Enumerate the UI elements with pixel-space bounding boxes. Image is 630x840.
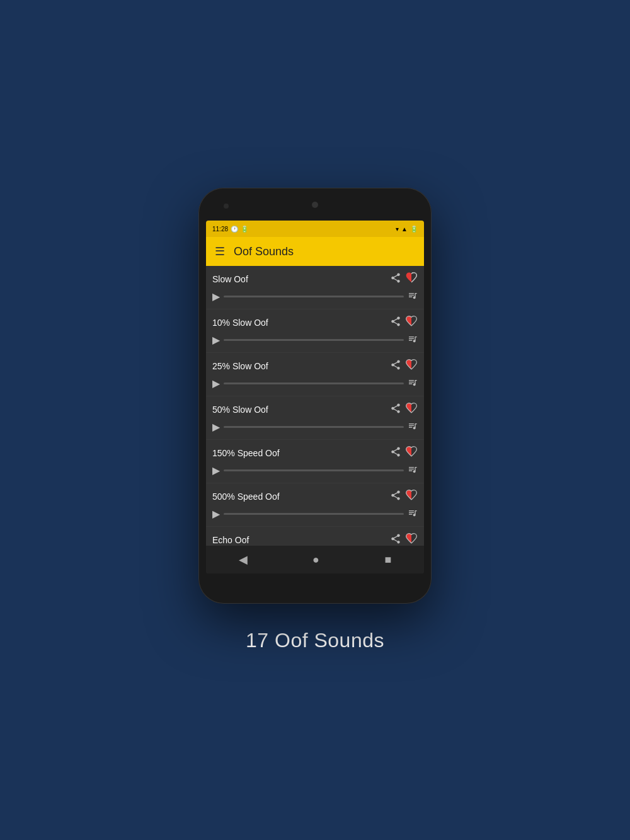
sound-item-bottom: ▶ — [212, 508, 418, 524]
favorite-icon[interactable] — [405, 314, 418, 330]
play-button[interactable]: ▶ — [212, 508, 220, 520]
sound-actions — [390, 445, 418, 461]
sound-item-top: 150% Speed Oof — [212, 445, 418, 461]
queue-icon[interactable] — [408, 421, 418, 433]
queue-icon[interactable] — [408, 464, 418, 476]
sound-actions — [390, 488, 418, 504]
sound-item-top: 500% Speed Oof — [212, 488, 418, 504]
phone-bottom-bar — [206, 573, 424, 586]
sound-item-bottom: ▶ — [212, 464, 418, 480]
back-button[interactable]: ◀ — [226, 548, 260, 572]
play-button[interactable]: ▶ — [212, 377, 220, 389]
phone-screen: 11:28 🕐 🔋 ▾ ▲ 🔋 ☰ Oof Sounds — [206, 221, 424, 573]
list-item: 10% Slow Oof — [206, 309, 424, 353]
speaker-dot — [224, 204, 229, 209]
home-button[interactable]: ● — [300, 548, 332, 572]
list-item: 25% Slow Oof — [206, 353, 424, 396]
sound-name: 10% Slow Oof — [212, 318, 390, 328]
alarm-icon: 🕐 — [231, 226, 238, 233]
sound-item-top: 10% Slow Oof — [212, 314, 418, 330]
status-right: ▾ ▲ 🔋 — [396, 226, 418, 233]
queue-icon[interactable] — [408, 334, 418, 346]
phone-frame: 11:28 🕐 🔋 ▾ ▲ 🔋 ☰ Oof Sounds — [198, 188, 432, 604]
favorite-icon[interactable] — [405, 358, 418, 374]
sound-item-bottom: ▶ — [212, 334, 418, 350]
progress-bar[interactable] — [224, 296, 404, 297]
share-icon[interactable] — [390, 446, 401, 460]
battery-saver-icon: 🔋 — [241, 226, 248, 233]
favorite-icon[interactable] — [405, 488, 418, 504]
sound-name: 500% Speed Oof — [212, 492, 390, 502]
sound-item-top: 25% Slow Oof — [212, 358, 418, 374]
list-item: 150% Speed Oof — [206, 440, 424, 483]
share-icon[interactable] — [390, 316, 401, 330]
progress-bar[interactable] — [224, 383, 404, 384]
app-bar: ☰ Oof Sounds — [206, 237, 424, 266]
share-icon[interactable] — [390, 272, 401, 286]
queue-icon[interactable] — [408, 377, 418, 389]
play-button[interactable]: ▶ — [212, 464, 220, 476]
play-button[interactable]: ▶ — [212, 421, 220, 433]
sound-item-top: Slow Oof — [212, 271, 418, 287]
phone-top-bar — [206, 195, 424, 221]
status-left: 11:28 🕐 🔋 — [212, 226, 248, 233]
sound-actions — [390, 358, 418, 374]
sound-item-bottom: ▶ — [212, 291, 418, 306]
sound-actions — [390, 532, 418, 546]
sound-actions — [390, 401, 418, 417]
list-item: 50% Slow Oof — [206, 396, 424, 440]
time-display: 11:28 — [212, 226, 228, 233]
sound-actions — [390, 314, 418, 330]
signal-icon: ▲ — [401, 226, 408, 233]
progress-bar[interactable] — [224, 513, 404, 515]
sound-item-top: Echo Oof — [212, 532, 418, 546]
list-item: 500% Speed Oof — [206, 483, 424, 527]
play-button[interactable]: ▶ — [212, 334, 220, 346]
sound-actions — [390, 271, 418, 287]
page-subtitle: 17 Oof Sounds — [246, 629, 384, 652]
share-icon[interactable] — [390, 490, 401, 503]
sound-name: Slow Oof — [212, 274, 390, 284]
hamburger-icon[interactable]: ☰ — [215, 245, 225, 258]
share-icon[interactable] — [390, 403, 401, 417]
sound-name: Echo Oof — [212, 535, 390, 545]
wifi-icon: ▾ — [396, 226, 399, 233]
favorite-icon[interactable] — [405, 271, 418, 287]
sound-item-bottom: ▶ — [212, 421, 418, 437]
sound-item-bottom: ▶ — [212, 377, 418, 393]
progress-bar[interactable] — [224, 426, 404, 428]
share-icon[interactable] — [390, 359, 401, 373]
queue-icon[interactable] — [408, 291, 418, 302]
bottom-nav: ◀ ● ■ — [206, 546, 424, 573]
recents-button[interactable]: ■ — [372, 548, 404, 572]
camera-dot — [312, 202, 318, 208]
sound-name: 50% Slow Oof — [212, 405, 390, 415]
favorite-icon[interactable] — [405, 401, 418, 417]
play-button[interactable]: ▶ — [212, 291, 220, 302]
app-title: Oof Sounds — [234, 245, 294, 258]
list-item: Slow Oof — [206, 266, 424, 309]
battery-icon: 🔋 — [410, 226, 418, 233]
progress-bar[interactable] — [224, 469, 404, 471]
share-icon[interactable] — [390, 533, 401, 546]
sound-name: 25% Slow Oof — [212, 361, 390, 371]
status-bar: 11:28 🕐 🔋 ▾ ▲ 🔋 — [206, 221, 424, 237]
page-wrapper: 11:28 🕐 🔋 ▾ ▲ 🔋 ☰ Oof Sounds — [198, 188, 432, 652]
sound-list: Slow Oof — [206, 266, 424, 546]
progress-bar[interactable] — [224, 339, 404, 341]
queue-icon[interactable] — [408, 508, 418, 520]
list-item: Echo Oof — [206, 527, 424, 546]
sound-name: 150% Speed Oof — [212, 448, 390, 458]
favorite-icon[interactable] — [405, 532, 418, 546]
sound-item-top: 50% Slow Oof — [212, 401, 418, 417]
favorite-icon[interactable] — [405, 445, 418, 461]
